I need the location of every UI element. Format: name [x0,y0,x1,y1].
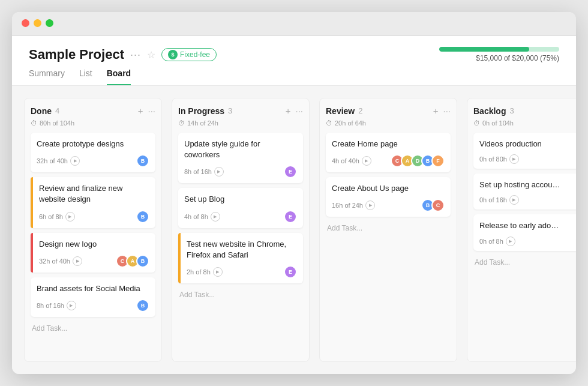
clock-icon: ⏱ [31,119,37,127]
column-menu-icon[interactable]: ··· [295,106,303,116]
task-card[interactable]: Release to early ado…0h of 8h▶ [473,214,576,250]
card-time: 32h of 40h▶ [39,256,82,266]
add-column-item-icon[interactable]: + [138,106,143,116]
card-avatars: E [284,210,297,223]
tab-summary[interactable]: Summary [29,68,65,85]
start-timer-button[interactable]: ▶ [65,212,75,222]
header-top: Sample Project ··· ☆ $ Fixed-fee $15,000… [29,47,559,62]
column-count: 3 [228,106,232,115]
column-time-value: 14h of 24h [187,119,218,127]
start-timer-button[interactable]: ▶ [509,154,519,164]
card-time: 16h of 24h▶ [332,201,375,210]
card-avatars: CAB [116,255,149,268]
progress-bar-fill [439,47,529,52]
start-timer-button[interactable]: ▶ [509,195,519,205]
column-title-wrap: Backlog3 [473,106,514,116]
add-task-button[interactable]: Add Task... [473,256,576,269]
card-title: Brand assets for Social Media [37,283,149,294]
close-button[interactable] [22,19,29,27]
card-avatars: BC [421,199,445,212]
card-time: 2h of 8h▶ [187,267,223,277]
task-card[interactable]: Create About Us page16h of 24h▶BC [326,177,451,217]
card-title: Test new website in Chrome, Firefox and … [187,239,297,261]
card-footer: 8h of 16h▶B [37,299,149,312]
column-count: 4 [55,106,59,115]
column-time: ⏱0h of 104h [473,119,576,127]
project-type-badge: $ Fixed-fee [161,48,217,61]
column-time-value: 80h of 104h [40,119,74,127]
card-title: Set up Blog [184,194,297,205]
task-card[interactable]: Update style guide for coworkers8h of 16… [178,133,303,183]
add-task-button[interactable]: Add Task... [31,322,155,335]
add-column-item-icon[interactable]: + [286,106,291,116]
card-footer: 32h of 40h▶B [37,154,149,167]
card-title: Review and finalize new website design [39,183,149,205]
clock-icon: ⏱ [473,119,480,127]
card-time-value: 4h of 40h [332,157,359,164]
titlebar [12,12,576,36]
start-timer-button[interactable]: ▶ [362,156,371,166]
board-area: Done4+···⏱80h of 104hCreate prototype de… [12,86,576,374]
card-title: Release to early ado… [479,220,576,231]
minimize-button[interactable] [34,19,41,27]
task-card[interactable]: Create prototype designs32h of 40h▶B [31,133,155,172]
task-card[interactable]: Review and finalize new website design6h… [31,177,155,228]
badge-label: Fixed-fee [180,50,210,59]
start-timer-button[interactable]: ▶ [211,212,220,222]
card-time-value: 8h of 16h [37,302,64,309]
start-timer-button[interactable]: ▶ [506,237,515,246]
card-time: 0h of 8h▶ [479,237,515,246]
task-card[interactable]: Set up hosting accou…0h of 16h▶ [473,173,576,210]
nav-tabs: Summary List Board [29,68,559,85]
start-timer-button[interactable]: ▶ [365,201,375,210]
card-time: 0h of 80h▶ [479,154,519,164]
start-timer-button[interactable]: ▶ [213,267,223,277]
add-task-button[interactable]: Add Task... [326,222,451,235]
task-card[interactable]: Create Home page4h of 40h▶CADBF [326,133,451,172]
start-timer-button[interactable]: ▶ [73,256,82,266]
header-left: Sample Project ··· ☆ $ Fixed-fee [29,47,217,62]
maximize-button[interactable] [46,19,53,27]
task-card[interactable]: Brand assets for Social Media8h of 16h▶B [31,277,155,317]
star-icon[interactable]: ☆ [147,49,155,61]
card-footer: 16h of 24h▶BC [332,199,445,212]
avatar: E [284,210,297,223]
task-card[interactable]: Videos production0h of 80h▶ [473,133,576,169]
card-priority-border [31,233,33,273]
traffic-lights [22,19,566,27]
start-timer-button[interactable]: ▶ [70,156,80,166]
column-actions[interactable]: +··· [286,106,303,116]
column-menu-icon[interactable]: ··· [148,106,155,116]
card-footer: 4h of 40h▶CADBF [332,154,445,167]
start-timer-button[interactable]: ▶ [67,301,76,310]
more-menu-button[interactable]: ··· [130,49,141,61]
column-title: Review [326,106,355,116]
tab-board[interactable]: Board [107,68,131,85]
card-avatars: CADBF [391,154,445,167]
card-time-value: 8h of 16h [184,168,212,175]
card-footer: 32h of 40h▶CAB [39,255,149,268]
column-title: Done [31,106,52,116]
avatar: F [431,154,445,167]
start-timer-button[interactable]: ▶ [214,167,224,176]
card-footer: 4h of 8h▶E [184,210,297,223]
add-task-button[interactable]: Add Task... [178,288,303,301]
add-column-item-icon[interactable]: + [433,106,439,116]
card-title: Videos production [479,139,576,149]
column-actions[interactable]: +··· [433,106,451,116]
column-header: Backlog3+··· [473,106,576,116]
task-card[interactable]: Test new website in Chrome, Firefox and … [178,233,303,283]
task-card[interactable]: Set up Blog4h of 8h▶E [178,188,303,228]
avatar: C [431,199,445,212]
card-title: Create Home page [332,139,445,149]
column-in-progress: In Progress3+···⏱14h of 24hUpdate style … [172,98,310,362]
card-time: 32h of 40h▶ [37,156,80,166]
card-avatars: E [284,165,297,178]
column-menu-icon[interactable]: ··· [443,106,451,116]
task-card[interactable]: Design new logo32h of 40h▶CAB [31,233,155,273]
column-actions[interactable]: +··· [138,106,155,116]
card-avatars: B [136,154,149,167]
column-title-wrap: Review2 [326,106,362,116]
tab-list[interactable]: List [79,68,92,85]
card-priority-border [31,177,33,228]
